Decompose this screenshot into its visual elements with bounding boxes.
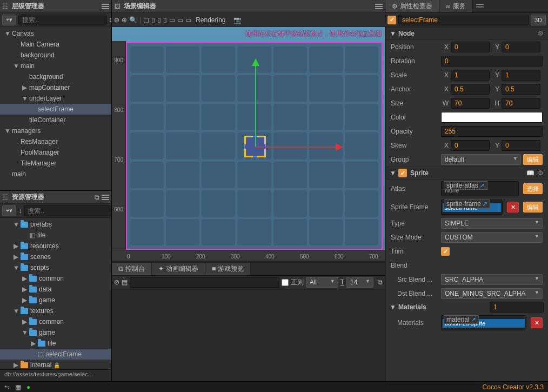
- size-w-input[interactable]: [451, 98, 490, 109]
- x-axis-arrow[interactable]: [255, 147, 342, 148]
- tree-node[interactable]: ▼textures: [0, 305, 111, 316]
- pos-x-input[interactable]: [451, 42, 490, 52]
- 3d-toggle[interactable]: 3D: [531, 15, 546, 25]
- regex-checkbox[interactable]: 正则: [282, 278, 304, 287]
- tree-node[interactable]: ▼managers: [0, 125, 111, 136]
- console-font-select[interactable]: 14: [346, 277, 373, 288]
- edit-group-button[interactable]: 编辑: [523, 154, 543, 165]
- tab-preview[interactable]: ■游戏预览: [205, 263, 251, 275]
- clear-spriteframe-button[interactable]: ✕: [507, 202, 519, 212]
- opacity-input[interactable]: [441, 126, 543, 137]
- tree-node[interactable]: ▼prefabs: [0, 219, 111, 230]
- tree-node[interactable]: ▶tile: [0, 338, 111, 349]
- materials-count-input[interactable]: [490, 302, 544, 313]
- skew-x-input[interactable]: [451, 140, 490, 151]
- node-active-checkbox[interactable]: ✓: [387, 16, 396, 24]
- rect-tool-icon[interactable]: ▢: [143, 16, 149, 24]
- clear-material-button[interactable]: ✕: [531, 317, 543, 328]
- tab-console[interactable]: ⧉控制台: [112, 263, 152, 275]
- align-h-icon[interactable]: ▯: [157, 16, 161, 24]
- hierarchy-tree[interactable]: ▼CanvasMain Camerabackground▼mainbackgro…: [0, 27, 111, 190]
- tree-node[interactable]: ▶scenes: [0, 251, 111, 262]
- srcblend-select[interactable]: SRC_ALPHA: [441, 274, 543, 285]
- status-icon-3[interactable]: ●: [26, 383, 30, 391]
- tree-node[interactable]: ▼game: [0, 327, 111, 338]
- tree-node[interactable]: selectFrame: [0, 104, 111, 115]
- tab-inspector[interactable]: ⚙属性检查器: [385, 0, 439, 12]
- selection-gizmo[interactable]: [244, 136, 266, 157]
- console-level-select[interactable]: All: [306, 277, 338, 288]
- panel-menu-icon[interactable]: [102, 193, 109, 202]
- tree-node[interactable]: ▼underLayer: [0, 93, 111, 104]
- material-field[interactable]: material↗builtin-2d-sprite: [441, 315, 526, 330]
- scene-viewport[interactable]: 使用鼠标右键平移视窗焦点，使用滚轮缩放视图 900800700600 01002…: [112, 27, 385, 261]
- assets-search-input[interactable]: [24, 205, 111, 216]
- type-select[interactable]: SIMPLE: [441, 218, 543, 229]
- align-left-icon[interactable]: ▯: [151, 16, 155, 24]
- color-swatch[interactable]: [441, 112, 543, 123]
- tree-node[interactable]: ⬚selectFrame: [0, 349, 111, 360]
- docs-icon[interactable]: 📖: [526, 169, 534, 177]
- sprite-enabled-checkbox[interactable]: ✓: [398, 169, 407, 177]
- rendering-toggle[interactable]: Rendering: [196, 16, 225, 24]
- add-button[interactable]: +▾: [2, 205, 16, 216]
- assets-tree[interactable]: ▼prefabs◧tile▶resources▶scenes▼scripts▶c…: [0, 218, 111, 369]
- tree-node[interactable]: ▶resources: [0, 241, 111, 251]
- align-v-icon[interactable]: ▭: [177, 16, 183, 24]
- y-axis-arrow[interactable]: [255, 60, 256, 147]
- gear-icon[interactable]: ⚙: [538, 30, 544, 37]
- clear-log-icon[interactable]: ⊘: [114, 278, 119, 286]
- align-right-icon[interactable]: ▯: [163, 16, 167, 24]
- console-body[interactable]: [112, 290, 385, 381]
- sort-icon[interactable]: ↕: [18, 207, 22, 215]
- tree-node[interactable]: ▼Canvas: [0, 28, 111, 39]
- size-h-input[interactable]: [502, 98, 540, 109]
- group-select[interactable]: default: [441, 154, 521, 165]
- console-filter-input[interactable]: [130, 277, 279, 288]
- zoom-in-icon[interactable]: ⊕: [122, 16, 127, 24]
- spriteframe-field[interactable]: sprite-frame↗selectFrame: [441, 200, 503, 215]
- rotation-input[interactable]: [441, 56, 543, 67]
- atlas-field[interactable]: sprite-atlas↗None: [441, 181, 519, 196]
- pos-y-input[interactable]: [502, 42, 540, 52]
- anchor-x-input[interactable]: [451, 84, 490, 95]
- tree-node[interactable]: background: [0, 50, 111, 61]
- tree-node[interactable]: PoolManager: [0, 147, 111, 158]
- dstblend-select[interactable]: ONE_MINUS_SRC_ALPHA: [441, 288, 543, 299]
- select-atlas-button[interactable]: 选择: [523, 183, 543, 194]
- tree-node[interactable]: background: [0, 71, 111, 82]
- camera-icon[interactable]: 📷: [233, 16, 242, 24]
- tree-node[interactable]: ◧tile: [0, 230, 111, 241]
- section-sprite[interactable]: Sprite: [410, 169, 523, 177]
- anchor-y-input[interactable]: [502, 84, 540, 95]
- zoom-reset-icon[interactable]: 🔍: [129, 16, 137, 24]
- zoom-out-icon[interactable]: ⊖: [114, 16, 119, 24]
- section-node[interactable]: Node: [398, 30, 534, 37]
- status-icon-2[interactable]: ▦: [15, 383, 21, 391]
- copy-log-icon[interactable]: ▤: [122, 278, 128, 286]
- hierarchy-search-input[interactable]: [18, 15, 107, 25]
- tree-node[interactable]: ▶mapContainer: [0, 82, 111, 93]
- panel-menu-icon[interactable]: [102, 2, 109, 11]
- tree-node[interactable]: Main Camera: [0, 39, 111, 50]
- edit-spriteframe-button[interactable]: 编辑: [523, 202, 543, 212]
- search-options-icon[interactable]: ⊕: [109, 16, 111, 24]
- tree-node[interactable]: ▼scripts: [0, 262, 111, 273]
- tab-anim[interactable]: ✦动画编辑器: [152, 263, 205, 275]
- status-icon-1[interactable]: ⇋: [4, 383, 10, 391]
- panel-menu-icon[interactable]: [375, 2, 383, 11]
- tree-node[interactable]: tileContainer: [0, 115, 111, 125]
- tree-node[interactable]: ▶internal🔒: [0, 360, 111, 369]
- tree-node[interactable]: TileManager: [0, 158, 111, 169]
- add-button[interactable]: +▾: [2, 15, 16, 25]
- skew-y-input[interactable]: [502, 140, 540, 151]
- tree-node[interactable]: ResManager: [0, 136, 111, 147]
- node-name-input[interactable]: [398, 15, 529, 25]
- tree-node[interactable]: ▶common: [0, 273, 111, 284]
- tree-node[interactable]: ▶common: [0, 316, 111, 327]
- trim-checkbox[interactable]: ✓: [441, 247, 450, 256]
- gear-icon[interactable]: ⚙: [538, 169, 544, 177]
- popout-icon[interactable]: ⧉: [378, 278, 383, 286]
- tree-node[interactable]: ▼main: [0, 61, 111, 71]
- align-top-icon[interactable]: ▭: [169, 16, 175, 24]
